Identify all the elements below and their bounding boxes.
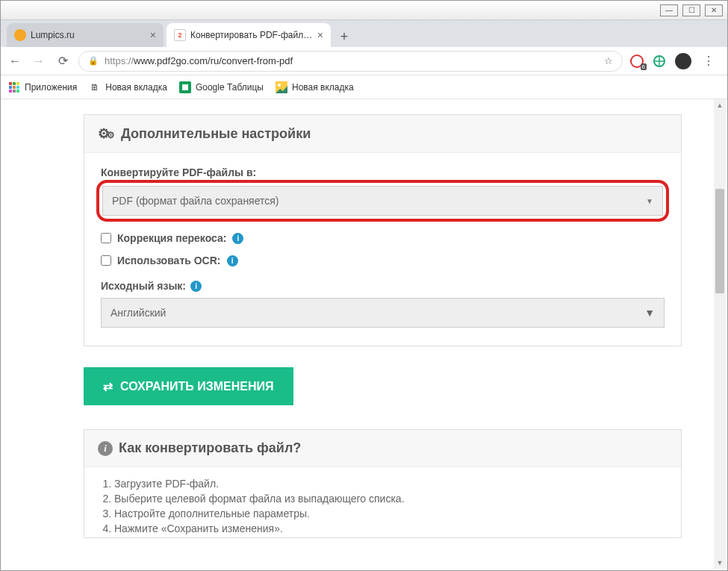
tab-title: Lumpics.ru [31, 30, 146, 40]
star-icon[interactable]: ☆ [604, 55, 613, 66]
settings-panel: ⚙⚙ Дополнительные настройки Конвертируйт… [84, 114, 682, 346]
url-text: https://www.pdf2go.com/ru/convert-from-p… [105, 55, 293, 66]
svg-rect-2 [9, 82, 12, 85]
svg-rect-3 [13, 82, 16, 85]
source-lang-label: Исходный язык: i [101, 280, 665, 292]
bookmark-label: Новая вкладка [292, 82, 354, 93]
image-icon [276, 81, 287, 93]
url-input[interactable]: 🔒 https://www.pdf2go.com/ru/convert-from… [78, 51, 623, 72]
apps-button[interactable]: Приложения [8, 81, 77, 93]
sheets-icon [179, 81, 191, 93]
tab-title: Конвертировать PDF-файл — К [190, 30, 313, 40]
info-icon[interactable]: i [190, 281, 202, 292]
vertical-scrollbar[interactable]: ▲ ▼ [714, 99, 726, 569]
svg-rect-10 [16, 90, 19, 93]
info-icon[interactable]: i [232, 233, 243, 244]
back-button[interactable]: ← [7, 54, 23, 68]
browser-tab-lumpics[interactable]: Lumpics.ru × [7, 23, 164, 47]
ocr-checkbox-row[interactable]: Использовать OCR: i [101, 255, 665, 266]
reload-button[interactable]: ⟳ [55, 54, 71, 68]
menu-icon[interactable]: ⋮ [700, 54, 717, 68]
extension-opera-icon[interactable]: 6 [630, 54, 644, 68]
how-step: Выберите целевой формат файла из выпадаю… [114, 493, 666, 505]
maximize-button[interactable]: ☐ [682, 4, 700, 16]
bookmark-item[interactable]: Новая вкладка [276, 81, 354, 93]
info-icon: i [98, 441, 113, 456]
svg-rect-8 [9, 90, 12, 93]
language-value: Английский [111, 307, 166, 319]
ocr-checkbox[interactable] [101, 255, 111, 266]
close-window-button[interactable]: ✕ [705, 4, 723, 16]
svg-point-14 [278, 84, 281, 87]
svg-rect-12 [182, 84, 188, 90]
format-highlight: PDF (формат файла сохраняется) ▼ [96, 180, 669, 222]
window-title-bar: — ☐ ✕ [1, 1, 727, 20]
how-to-panel: i Как конвертировать файл? Загрузите PDF… [84, 429, 682, 538]
lock-icon: 🔒 [88, 56, 99, 66]
svg-rect-7 [16, 86, 19, 89]
gears-icon: ⚙⚙ [98, 125, 115, 142]
format-select[interactable]: PDF (формат файла сохраняется) ▼ [102, 186, 663, 216]
how-step: Загрузите PDF-файл. [114, 478, 666, 490]
bookmark-item[interactable]: 🗎 Новая вкладка [89, 81, 167, 93]
svg-rect-4 [16, 82, 19, 85]
chevron-down-icon: ▼ [646, 197, 653, 205]
minimize-button[interactable]: — [660, 4, 678, 16]
bookmark-label: Google Таблицы [196, 82, 264, 93]
save-changes-button[interactable]: ⇄ СОХРАНИТЬ ИЗМЕНЕНИЯ [84, 367, 293, 405]
favicon-icon [14, 29, 26, 41]
language-select[interactable]: Английский ▼ [101, 298, 665, 328]
settings-header: ⚙⚙ Дополнительные настройки [84, 115, 681, 153]
swap-icon: ⇄ [103, 379, 113, 393]
bookmark-label: Приложения [25, 82, 77, 93]
bookmarks-bar: Приложения 🗎 Новая вкладка Google Таблиц… [1, 75, 727, 99]
deskew-checkbox[interactable] [101, 233, 111, 243]
bookmark-label: Новая вкладка [105, 82, 167, 93]
forward-button[interactable]: → [31, 54, 47, 68]
source-lang-text: Исходный язык: [101, 280, 186, 292]
doc-icon: 🗎 [89, 81, 101, 93]
new-tab-button[interactable]: + [334, 26, 355, 47]
browser-tab-pdf2go[interactable]: 2 Конвертировать PDF-файл — К × [167, 23, 331, 47]
apps-icon [8, 81, 20, 93]
info-icon[interactable]: i [227, 255, 238, 266]
favicon-icon: 2 [174, 29, 186, 41]
extension-globe-icon[interactable] [653, 54, 666, 68]
scroll-up-arrow[interactable]: ▲ [714, 99, 726, 111]
toolbar-right: 6 ⋮ [630, 53, 721, 69]
svg-rect-6 [13, 86, 16, 89]
how-to-list: Загрузите PDF-файл. Выберите целевой фор… [84, 467, 681, 534]
svg-rect-9 [13, 90, 16, 93]
ocr-label: Использовать OCR: [117, 255, 221, 266]
close-tab-icon[interactable]: × [317, 29, 323, 41]
convert-to-label: Конвертируйте PDF-файлы в: [101, 166, 665, 178]
browser-tab-strip: Lumpics.ru × 2 Конвертировать PDF-файл —… [1, 20, 727, 47]
deskew-label: Коррекция перекоса: [117, 232, 226, 244]
extension-badge: 6 [641, 63, 647, 70]
page-content: ⚙⚙ Дополнительные настройки Конвертируйт… [1, 99, 727, 570]
how-to-header: i Как конвертировать файл? [84, 430, 681, 467]
how-to-title: Как конвертировать файл? [119, 440, 301, 456]
svg-rect-5 [9, 86, 12, 89]
deskew-checkbox-row[interactable]: Коррекция перекоса: i [101, 232, 665, 244]
how-step: Нажмите «Сохранить изменения». [114, 522, 666, 534]
chevron-down-icon: ▼ [644, 307, 655, 319]
scroll-down-arrow[interactable]: ▼ [714, 557, 726, 569]
save-btn-label: СОХРАНИТЬ ИЗМЕНЕНИЯ [120, 380, 274, 393]
profile-avatar[interactable] [675, 53, 691, 69]
close-tab-icon[interactable]: × [150, 29, 156, 41]
how-step: Настройте дополнительные параметры. [114, 508, 666, 519]
scrollbar-thumb[interactable] [715, 189, 724, 293]
settings-title: Дополнительные настройки [121, 126, 311, 142]
format-value: PDF (формат файла сохраняется) [112, 195, 279, 207]
address-bar: ← → ⟳ 🔒 https://www.pdf2go.com/ru/conver… [1, 47, 727, 75]
bookmark-item[interactable]: Google Таблицы [179, 81, 264, 93]
